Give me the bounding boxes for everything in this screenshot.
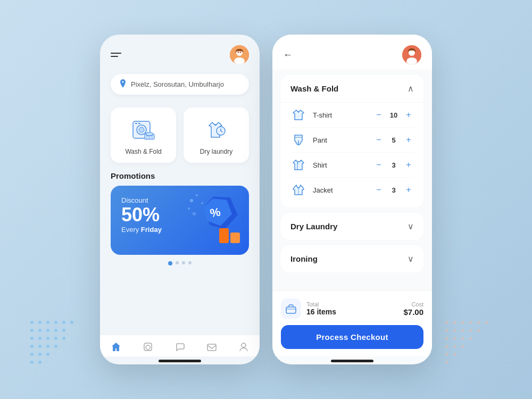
dry-laundry-label: Dry laundry [200,148,232,155]
dot-2[interactable] [176,261,179,264]
svg-point-80 [453,345,456,348]
total-row: Total 16 items Cost $7.00 [281,298,423,319]
ironing-section: Ironing ∨ [281,245,423,272]
svg-point-72 [461,329,464,332]
total-items: 16 items [306,307,398,316]
nav-laundry[interactable] [143,342,153,352]
checkout-bar: Total 16 items Cost $7.00 Process Checko… [272,290,432,356]
svg-point-25 [193,212,196,215]
dot-4[interactable] [188,261,192,264]
svg-point-44 [70,321,73,324]
shirt-minus[interactable]: − [373,160,384,170]
svg-point-65 [453,321,456,324]
tshirt-plus[interactable]: + [403,110,414,120]
right-avatar[interactable] [402,45,421,64]
nav-profile[interactable] [238,342,249,352]
dry-laundry-card[interactable]: Dry laundry [184,107,249,163]
checkout-button[interactable]: Process Checkout [281,325,423,349]
svg-point-76 [453,337,456,340]
dry-laundry-title: Dry Laundry [290,222,337,231]
svg-rect-8 [135,123,137,124]
svg-point-84 [445,361,448,364]
ironing-header[interactable]: Ironing ∨ [281,245,423,272]
svg-point-47 [46,329,49,332]
svg-point-53 [54,337,57,340]
dry-laundry-header[interactable]: Dry Laundry ∨ [281,213,423,240]
shirt-name: Shirt [313,161,367,169]
pant-qty: 5 [389,136,398,144]
svg-point-81 [461,345,464,348]
svg-point-29 [242,343,246,347]
jacket-minus[interactable]: − [373,185,384,195]
location-bar[interactable]: Pixelz, Sorosutan, Umbulharjo [111,74,249,95]
wash-fold-card[interactable]: Wash & Fold [111,107,176,163]
wash-fold-section: Wash & Fold ∧ T-shirt [281,75,423,207]
svg-point-75 [445,337,448,340]
wash-fold-header[interactable]: Wash & Fold ∧ [281,75,423,102]
pant-icon [290,134,306,146]
svg-point-74 [477,329,480,332]
svg-point-78 [469,337,472,340]
service-cards: Wash & Fold Dry laundry [100,99,260,171]
nav-mail[interactable] [206,342,217,352]
home-indicator [159,360,201,362]
avatar[interactable] [230,45,249,64]
wash-fold-label: Wash & Fold [125,148,161,155]
jacket-name: Jacket [313,186,367,194]
tshirt-minus[interactable]: − [373,110,384,120]
svg-point-54 [62,337,65,340]
right-content: Wash & Fold ∧ T-shirt [272,70,432,290]
svg-rect-20 [230,232,240,243]
svg-point-49 [62,329,65,332]
svg-point-41 [46,321,49,324]
shirt-plus[interactable]: + [403,160,414,170]
wash-fold-items: T-shirt − 10 + [281,102,423,207]
svg-rect-9 [138,123,140,124]
cost-value: $7.00 [403,307,423,317]
svg-point-27 [146,345,150,350]
menu-button[interactable] [111,53,121,57]
location-pin-icon [119,79,127,89]
nav-home[interactable] [111,342,121,352]
promo-decoration: % [186,190,245,251]
jacket-qty-control: − 3 + [373,185,414,195]
dot-1[interactable] [168,261,172,265]
promo-card[interactable]: Discount 50% Every Friday % [111,186,249,255]
pant-minus[interactable]: − [373,135,384,145]
back-button[interactable]: ← [283,49,293,61]
svg-point-68 [477,321,480,324]
svg-point-45 [30,329,34,332]
shirt-qty-control: − 3 + [373,160,414,170]
svg-point-3 [238,52,239,53]
dot-3[interactable] [182,261,185,264]
svg-point-43 [62,321,65,324]
tshirt-qty: 10 [389,111,398,119]
svg-point-50 [30,337,34,340]
svg-point-63 [38,361,41,364]
svg-point-70 [445,329,448,332]
wash-fold-title: Wash & Fold [290,84,338,93]
item-jacket: Jacket − 3 + [290,178,414,202]
svg-point-82 [445,353,448,356]
right-top-bar: ← [272,35,432,70]
wash-fold-icon [129,117,159,143]
svg-point-40 [38,321,41,324]
svg-point-58 [54,345,57,348]
svg-point-22 [196,194,198,196]
pant-plus[interactable]: + [403,135,414,145]
right-home-indicator [331,360,373,362]
jacket-plus[interactable]: + [403,185,414,195]
svg-point-7 [139,127,144,132]
pant-qty-control: − 5 + [373,135,414,145]
svg-point-77 [461,337,464,340]
svg-point-15 [220,130,221,131]
nav-chat[interactable] [174,342,185,352]
svg-point-73 [469,329,472,332]
tshirt-qty-control: − 10 + [373,110,414,120]
svg-point-69 [485,321,488,324]
cost-label: Cost [403,301,423,307]
pant-name: Pant [313,136,367,144]
svg-point-60 [38,353,41,356]
total-details: Total 16 items [306,301,398,316]
tshirt-name: T-shirt [313,111,367,119]
